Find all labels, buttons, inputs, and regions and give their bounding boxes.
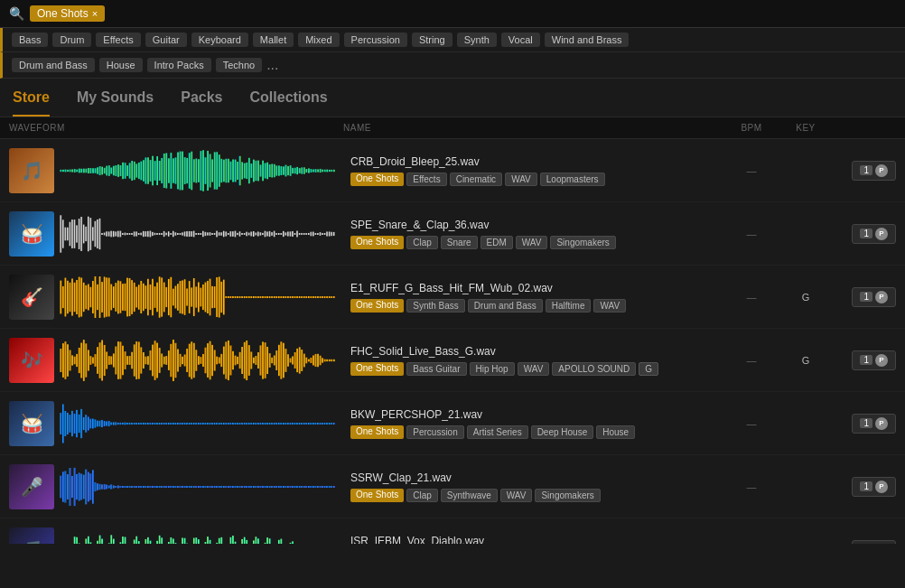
filter-tag[interactable]: Keyboard	[191, 33, 248, 47]
filter-tag[interactable]: Effects	[96, 33, 140, 47]
svg-rect-74	[230, 161, 232, 180]
filter-tag[interactable]: Intro Packs	[147, 58, 211, 72]
filter-tag[interactable]: Mixed	[298, 33, 339, 47]
track-info: CRB_Droid_Bleep_25.wavOne ShotsEffectsCi…	[343, 155, 724, 186]
track-tag[interactable]: One Shots	[350, 299, 404, 313]
track-tag[interactable]: Artist Series	[467, 425, 528, 439]
filter-tag[interactable]: Wind and Brass	[545, 33, 630, 47]
svg-rect-215	[278, 233, 280, 235]
svg-rect-417	[191, 341, 192, 378]
active-search-tag[interactable]: One Shots ×	[30, 5, 105, 22]
tab-packs[interactable]: Packs	[181, 89, 222, 117]
svg-rect-388	[125, 351, 126, 369]
filter-tag[interactable]: House	[99, 58, 143, 72]
svg-rect-106	[303, 167, 305, 173]
svg-rect-414	[184, 354, 186, 366]
add-to-cart-button[interactable]: 1P	[852, 350, 896, 370]
track-tag[interactable]: Loopmasters	[540, 173, 605, 186]
add-to-cart-button[interactable]: 1P	[852, 540, 896, 545]
filter-tag[interactable]: Synth	[457, 33, 497, 47]
track-tag[interactable]: WAV	[518, 362, 550, 376]
svg-rect-398	[147, 356, 149, 365]
track-tag[interactable]: One Shots	[350, 489, 404, 502]
svg-rect-71	[223, 159, 225, 182]
track-waveform[interactable]	[60, 275, 335, 320]
track-tag[interactable]: WAV	[516, 236, 548, 249]
track-tag[interactable]: Deep House	[531, 425, 594, 439]
track-tag[interactable]: APOLLO SOUND	[552, 362, 636, 376]
track-waveform[interactable]	[60, 527, 335, 545]
track-waveform[interactable]	[60, 464, 335, 509]
filter-tag[interactable]: Guitar	[145, 33, 187, 47]
track-tag[interactable]: Hip Hop	[470, 362, 515, 376]
track-tag[interactable]: Singomakers	[535, 489, 600, 502]
track-waveform[interactable]	[60, 401, 335, 446]
track-tag[interactable]: Clap	[406, 236, 438, 249]
svg-rect-266	[120, 281, 122, 313]
track-tag[interactable]: Synthwave	[441, 489, 498, 502]
filter-tag[interactable]: Mallet	[253, 33, 294, 47]
filter-tag[interactable]: Drum	[52, 33, 91, 47]
track-tag[interactable]: Bass Guitar	[406, 362, 466, 376]
svg-rect-295	[186, 288, 188, 305]
track-row[interactable]: 🎶FHC_Solid_Live_Bass_G.wavOne ShotsBass …	[0, 329, 905, 392]
track-tag[interactable]: WAV	[500, 489, 533, 502]
tab-store[interactable]: Store	[13, 89, 50, 117]
track-waveform[interactable]	[60, 338, 335, 383]
add-to-cart-button[interactable]: 1P	[852, 477, 896, 497]
track-row[interactable]: 🎵ISR_IEBM_Vox_Diablo.wavOne ShotsSpokenH…	[0, 518, 905, 544]
track-tag[interactable]: One Shots	[350, 173, 404, 186]
tab-my-sounds[interactable]: My Sounds	[77, 89, 154, 117]
svg-rect-22	[110, 167, 112, 173]
add-to-cart-button[interactable]: 1P	[852, 287, 896, 307]
filter-more-button[interactable]: ...	[266, 57, 278, 73]
track-tag[interactable]: Singomakers	[550, 236, 615, 249]
track-waveform[interactable]	[60, 148, 335, 193]
svg-rect-615	[95, 481, 97, 490]
track-row[interactable]: 🥁BKW_PERCSHOP_21.wavOne ShotsPercussionA…	[0, 392, 905, 455]
filter-tag[interactable]: Techno	[216, 58, 262, 72]
svg-rect-801	[246, 539, 247, 544]
svg-rect-232	[317, 233, 319, 235]
svg-rect-649	[173, 486, 174, 488]
filter-tag[interactable]: Bass	[12, 33, 48, 47]
add-to-cart-button[interactable]: 1P	[852, 414, 896, 434]
track-tag[interactable]: One Shots	[350, 362, 404, 376]
svg-rect-607	[76, 473, 78, 499]
svg-rect-550	[220, 423, 222, 425]
track-tag[interactable]: Effects	[406, 173, 446, 186]
add-to-cart-button[interactable]: 1P	[852, 161, 896, 181]
svg-rect-212	[271, 232, 273, 236]
track-tag[interactable]: Clap	[406, 489, 438, 502]
svg-rect-413	[182, 356, 183, 363]
track-tag[interactable]: Snare	[441, 236, 478, 249]
svg-rect-424	[207, 343, 209, 378]
svg-rect-118	[331, 169, 332, 171]
track-tag[interactable]: Drum and Bass	[468, 299, 543, 313]
track-tag[interactable]: EDM	[480, 236, 513, 249]
track-tag[interactable]: G	[639, 362, 658, 376]
track-row[interactable]: 🎵CRB_Droid_Bleep_25.wavOne ShotsEffectsC…	[0, 139, 905, 202]
add-to-cart-button[interactable]: 1P	[852, 224, 896, 244]
track-tag[interactable]: House	[596, 425, 635, 439]
track-tag[interactable]: Cinematic	[450, 173, 502, 186]
svg-rect-307	[214, 286, 216, 308]
track-waveform[interactable]	[60, 211, 335, 257]
track-row[interactable]: 🎸E1_RUFF_G_Bass_Hit_FM_Wub_02.wavOne Sho…	[0, 266, 905, 329]
tab-collections[interactable]: Collections	[250, 89, 328, 117]
filter-tag[interactable]: Vocal	[501, 33, 540, 47]
track-tag[interactable]: Synth Bass	[406, 299, 465, 313]
track-tag[interactable]: Halftime	[546, 299, 592, 313]
filter-tag[interactable]: String	[412, 33, 452, 47]
filter-tag[interactable]: Percussion	[344, 33, 407, 47]
svg-rect-698	[285, 486, 287, 488]
track-tag[interactable]: One Shots	[350, 425, 404, 439]
track-tag[interactable]: WAV	[593, 299, 626, 313]
track-tag[interactable]: WAV	[505, 173, 537, 186]
track-tag[interactable]: Percussion	[406, 425, 463, 439]
track-row[interactable]: 🥁SPE_Snare_&_Clap_36.wavOne ShotsClapSna…	[0, 202, 905, 266]
track-tag[interactable]: One Shots	[350, 236, 404, 249]
search-tag-close[interactable]: ×	[92, 8, 98, 19]
track-row[interactable]: 🎤SSRW_Clap_21.wavOne ShotsClapSynthwaveW…	[0, 455, 905, 518]
filter-tag[interactable]: Drum and Bass	[12, 58, 95, 72]
